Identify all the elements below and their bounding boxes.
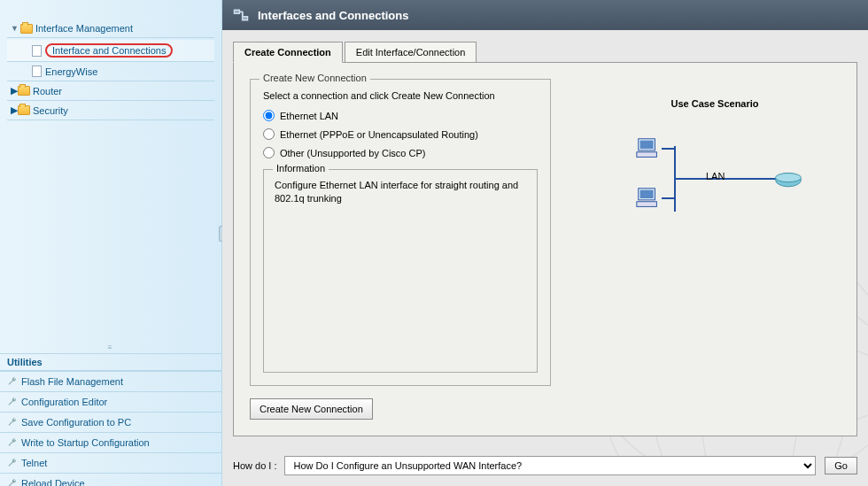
folder-icon <box>18 105 30 115</box>
chevron-right-icon: ▶ <box>11 85 18 96</box>
nav-label: EnergyWise <box>45 66 97 77</box>
util-label: Write to Startup Configuration <box>21 437 150 448</box>
group-label: Information <box>273 163 329 174</box>
page-title: Interfaces and Connections <box>258 9 408 22</box>
sidebar: ▼ Interface Management Interface and Con… <box>0 0 222 486</box>
document-icon <box>32 66 42 77</box>
chevron-right-icon: ▶ <box>11 104 18 116</box>
svg-rect-11 <box>640 190 654 198</box>
util-label: Telnet <box>21 458 47 468</box>
wrench-icon <box>7 437 18 448</box>
network-line <box>674 178 776 180</box>
svg-rect-8 <box>640 141 654 149</box>
nav-label: Interface and Connections <box>45 43 173 58</box>
router-icon <box>773 171 803 189</box>
radio-input[interactable] <box>263 128 275 140</box>
svg-point-1 <box>244 18 246 19</box>
information-text: Configure Ethernet LAN interface for str… <box>275 179 526 206</box>
nav-energywise[interactable]: EnergyWise <box>7 62 214 81</box>
util-save-config-to-pc[interactable]: Save Configuration to PC <box>0 413 221 433</box>
computer-icon <box>635 185 662 212</box>
wrench-icon <box>7 458 18 468</box>
radio-input[interactable] <box>263 147 275 158</box>
use-case-title: Use Case Scenario <box>600 98 830 109</box>
tab-create-connection[interactable]: Create Connection <box>233 42 343 63</box>
main-area: Interfaces and Connections Create Connec… <box>222 0 868 486</box>
create-new-connection-button[interactable]: Create New Connection <box>250 398 373 420</box>
util-telnet[interactable]: Telnet <box>0 453 221 474</box>
information-group: Information Configure Ethernet LAN inter… <box>263 169 538 373</box>
utilities-heading: Utilities <box>0 353 221 371</box>
network-line <box>662 148 674 150</box>
svg-point-0 <box>236 11 238 12</box>
interfaces-icon <box>231 5 251 25</box>
wrench-icon <box>7 397 18 407</box>
folder-icon <box>18 86 30 96</box>
resize-handle-icon[interactable]: ≡ <box>0 342 221 353</box>
network-line <box>662 197 674 199</box>
group-label: Create New Connection <box>260 73 370 83</box>
radio-ethernet-pppoe[interactable]: Ethernet (PPPoE or Unencapsulated Routin… <box>263 128 538 140</box>
radio-other[interactable]: Other (Unsupported by Cisco CP) <box>263 147 538 158</box>
instruction-text: Select a connection and click Create New… <box>263 90 538 101</box>
nav-label: Router <box>33 86 62 96</box>
wrench-icon <box>7 376 18 387</box>
radio-input[interactable] <box>263 110 275 121</box>
network-diagram: LAN <box>626 135 803 242</box>
wrench-icon <box>7 478 18 486</box>
svg-rect-12 <box>637 202 657 207</box>
nav-label: Interface Management <box>35 23 133 34</box>
create-new-connection-group: Create New Connection Select a connectio… <box>250 79 551 386</box>
go-button[interactable]: Go <box>825 457 857 474</box>
tab-edit-interface-connection[interactable]: Edit Interface/Connection <box>345 42 477 63</box>
titlebar: Interfaces and Connections <box>222 0 868 30</box>
util-configuration-editor[interactable]: Configuration Editor <box>0 392 221 413</box>
nav-label: Security <box>33 105 68 116</box>
how-do-i-footer: How do I : How Do I Configure an Unsuppo… <box>233 456 857 475</box>
util-label: Save Configuration to PC <box>21 417 131 428</box>
radio-ethernet-lan[interactable]: Ethernet LAN <box>263 110 538 121</box>
util-label: Flash File Management <box>21 376 123 387</box>
tab-panel: Create New Connection Select a connectio… <box>233 62 857 436</box>
wrench-icon <box>7 417 18 428</box>
use-case-scenario: Use Case Scenario LAN <box>600 98 830 242</box>
how-do-i-select[interactable]: How Do I Configure an Unsupported WAN In… <box>284 456 817 475</box>
nav-router[interactable]: ▶ Router <box>7 81 214 101</box>
how-do-i-label: How do I : <box>233 460 277 471</box>
utilities-list: Flash File Management Configuration Edit… <box>0 371 221 486</box>
util-label: Reload Device <box>21 478 85 486</box>
util-flash-file-management[interactable]: Flash File Management <box>0 372 221 392</box>
nav-interface-and-connections[interactable]: Interface and Connections <box>7 40 214 62</box>
lan-label: LAN <box>706 171 725 181</box>
chevron-down-icon: ▼ <box>11 24 19 33</box>
svg-point-14 <box>776 174 802 182</box>
folder-icon <box>20 24 33 34</box>
content-area: Create Connection Edit Interface/Connect… <box>222 30 868 486</box>
nav-security[interactable]: ▶ Security <box>7 101 214 120</box>
util-label: Configuration Editor <box>21 397 107 407</box>
document-icon <box>32 45 42 57</box>
radio-label: Other (Unsupported by Cisco CP) <box>280 148 425 158</box>
svg-rect-9 <box>637 152 657 158</box>
nav-interface-management[interactable]: ▼ Interface Management <box>7 19 214 38</box>
util-reload-device[interactable]: Reload Device <box>0 474 221 486</box>
radio-label: Ethernet LAN <box>280 111 338 121</box>
radio-label: Ethernet (PPPoE or Unencapsulated Routin… <box>280 129 478 140</box>
computer-icon <box>635 135 662 162</box>
util-write-startup-config[interactable]: Write to Startup Configuration <box>0 433 221 453</box>
